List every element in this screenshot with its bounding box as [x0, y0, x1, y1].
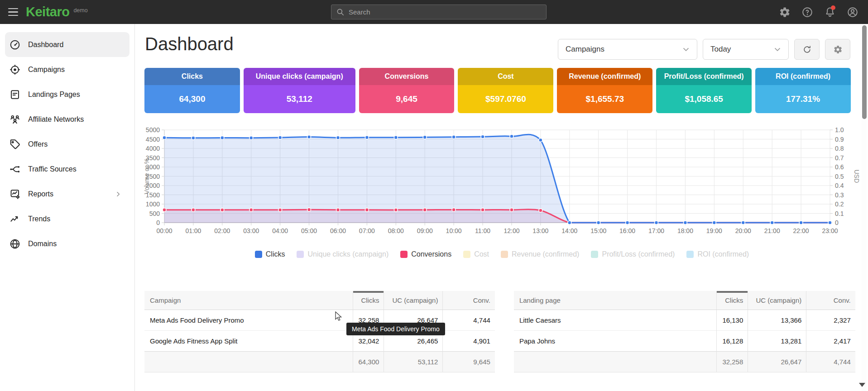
- chevron-down-icon: [773, 45, 782, 54]
- legend-swatch-cost: [463, 251, 470, 258]
- sidebar-item-trends[interactable]: Trends: [5, 206, 129, 231]
- landings-column-header-conv[interactable]: Conv.: [806, 291, 855, 310]
- metric-cards-row: Clicks64,300Unique clicks (campaign)53,1…: [144, 68, 851, 113]
- refresh-button[interactable]: [794, 39, 820, 60]
- legend-item-cost[interactable]: Cost: [463, 250, 489, 258]
- gauge-icon: [9, 39, 21, 51]
- svg-text:14:00: 14:00: [561, 227, 577, 234]
- grouping-select[interactable]: Campaigns: [558, 39, 697, 60]
- landings-row[interactable]: Little Caesars16,13013,3662,327: [514, 310, 855, 331]
- landings-column-header-clicks[interactable]: Clicks: [717, 291, 748, 310]
- metric-card-title: Profit/Loss (confirmed): [656, 68, 752, 85]
- legend-item-roi-confirmed[interactable]: ROI (confirmed): [686, 250, 749, 258]
- bell-icon[interactable]: [824, 6, 836, 18]
- metric-card-value: 177.31%: [755, 85, 851, 113]
- sidebar-item-label: Dashboard: [28, 41, 63, 49]
- sidebar-item-offers[interactable]: Offers: [5, 132, 129, 157]
- landings-table-container: Landing pageClicksUC (campaign)Conv.Litt…: [514, 291, 855, 372]
- svg-text:5000: 5000: [146, 126, 160, 134]
- cell-name: Meta Ads Food Delivery Promo: [144, 310, 353, 331]
- total-value: 32,258: [717, 352, 748, 372]
- campaigns-column-header-conv[interactable]: Conv.: [443, 291, 495, 310]
- metric-card-value: 53,112: [244, 85, 355, 113]
- sidebar-item-landings-pages[interactable]: Landings Pages: [5, 82, 129, 107]
- search-icon: [336, 8, 345, 16]
- svg-text:01:00: 01:00: [185, 227, 201, 234]
- svg-text:18:00: 18:00: [677, 227, 693, 234]
- sidebar-item-label: Trends: [28, 215, 50, 223]
- legend-label: Unique clicks (campaign): [307, 250, 388, 258]
- sidebar-item-domains[interactable]: Domains: [5, 231, 129, 256]
- chevron-down-icon: [681, 45, 691, 54]
- landings-column-header-landing-page[interactable]: Landing page: [514, 291, 717, 310]
- sidebar-item-label: Landings Pages: [28, 91, 80, 99]
- campaigns-column-header-clicks[interactable]: Clicks: [353, 291, 384, 310]
- user-icon[interactable]: [847, 6, 858, 18]
- metric-card-title: Cost: [458, 68, 553, 85]
- legend-label: ROI (confirmed): [697, 250, 749, 258]
- sidebar-item-label: Reports: [28, 190, 53, 198]
- legend-item-profit-loss-confirmed[interactable]: Profit/Loss (confirmed): [591, 250, 675, 258]
- sidebar-item-affiliate-networks[interactable]: Affiliate Networks: [5, 107, 129, 132]
- sidebar-item-reports[interactable]: Reports: [5, 181, 129, 206]
- trend-icon: [9, 213, 21, 225]
- landings-table: Landing pageClicksUC (campaign)Conv.Litt…: [514, 291, 855, 372]
- legend-swatch-roi-confirmed: [686, 251, 694, 258]
- svg-text:03:00: 03:00: [243, 227, 259, 234]
- svg-text:0.4: 0.4: [835, 182, 844, 189]
- svg-text:0.8: 0.8: [835, 145, 844, 152]
- legend-swatch-conversions: [400, 251, 408, 258]
- legend-item-revenue-confirmed[interactable]: Revenue (confirmed): [501, 250, 579, 258]
- cell-value: 2,327: [806, 310, 855, 331]
- svg-text:0: 0: [156, 219, 160, 226]
- date-range-select[interactable]: Today: [703, 39, 789, 60]
- date-range-value: Today: [710, 45, 767, 54]
- cell-value: 16,130: [717, 310, 748, 331]
- metric-card-unique-clicks-campaign: Unique clicks (campaign)53,112: [244, 68, 355, 113]
- gear-icon: [833, 45, 843, 54]
- target-icon: [9, 64, 21, 76]
- search-input[interactable]: [331, 5, 547, 19]
- metric-card-cost: Cost$597.0760: [458, 68, 553, 113]
- summary-tables: CampaignClicksUC (campaign)Conv.Meta Ads…: [144, 291, 855, 372]
- landings-row[interactable]: Papa Johns16,12813,2812,417: [514, 331, 855, 352]
- cell-value: 4,901: [443, 331, 495, 352]
- sidebar-item-campaigns[interactable]: Campaigns: [5, 57, 129, 82]
- notification-dot: [831, 5, 835, 10]
- metric-card-title: Unique clicks (campaign): [244, 68, 355, 85]
- svg-text:Volume or %: Volume or %: [143, 158, 150, 194]
- sidebar-item-dashboard[interactable]: Dashboard: [5, 32, 129, 57]
- cell-value: 4,744: [443, 310, 495, 331]
- row-tooltip: Meta Ads Food Delivery Promo: [346, 323, 445, 335]
- landings-column-header-uc-campaign[interactable]: UC (campaign): [748, 291, 806, 310]
- scroll-down-arrow[interactable]: [859, 383, 865, 387]
- menu-icon[interactable]: [8, 8, 18, 16]
- help-icon[interactable]: [801, 6, 813, 18]
- metric-card-value: 9,645: [359, 85, 455, 113]
- legend-label: Profit/Loss (confirmed): [602, 250, 675, 258]
- metric-card-value: 64,300: [144, 85, 240, 113]
- traffic-chart: 005000.110000.215000.320000.425000.53000…: [135, 119, 868, 255]
- campaigns-column-header-campaign[interactable]: Campaign: [144, 291, 353, 310]
- dashboard-settings-button[interactable]: [825, 39, 850, 60]
- gear-icon[interactable]: [779, 6, 791, 18]
- legend-item-conversions[interactable]: Conversions: [400, 250, 451, 258]
- sidebar-item-label: Campaigns: [28, 66, 65, 74]
- campaigns-column-header-uc-campaign[interactable]: UC (campaign): [384, 291, 443, 310]
- legend-label: Cost: [474, 250, 489, 258]
- metric-card-roi-confirmed: ROI (confirmed)177.31%: [755, 68, 851, 113]
- svg-text:4000: 4000: [146, 145, 160, 152]
- cell-name: Little Caesars: [514, 310, 717, 331]
- scrollbar-thumb[interactable]: [862, 25, 867, 119]
- svg-text:0.7: 0.7: [835, 154, 844, 162]
- legend-item-clicks[interactable]: Clicks: [255, 250, 285, 258]
- svg-text:00:00: 00:00: [156, 227, 172, 234]
- cell-name: Papa Johns: [514, 331, 717, 352]
- keitaro-logo[interactable]: Keitaro: [26, 5, 69, 19]
- sidebar-item-label: Offers: [28, 140, 48, 148]
- dashboard-controls: Campaigns Today: [558, 39, 850, 60]
- topbar: Keitaro demo: [0, 0, 868, 24]
- sidebar-item-traffic-sources[interactable]: Traffic Sources: [5, 157, 129, 181]
- sidebar-item-label: Affiliate Networks: [28, 115, 84, 124]
- legend-item-unique-clicks-campaign[interactable]: Unique clicks (campaign): [297, 250, 388, 258]
